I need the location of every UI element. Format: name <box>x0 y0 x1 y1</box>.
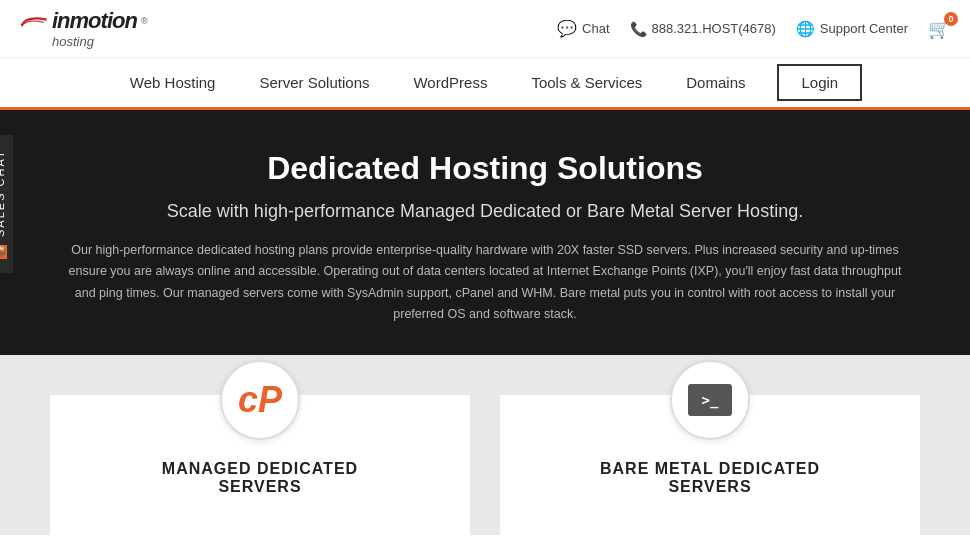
chat-icon: 💬 <box>557 19 577 38</box>
hero-title: Dedicated Hosting Solutions <box>60 150 910 187</box>
hero-description: Our high-performance dedicated hosting p… <box>60 240 910 325</box>
cart-action[interactable]: 🛒 0 <box>928 18 950 40</box>
sales-chat-icon: 📦 <box>0 245 7 259</box>
support-icon: 🌐 <box>796 20 815 38</box>
top-actions: 💬 Chat 📞 888.321.HOST(4678) 🌐 Support Ce… <box>557 18 950 40</box>
chat-label: Chat <box>582 21 609 36</box>
logo-swoosh-icon <box>20 14 48 28</box>
card1-title-line2: SERVERS <box>162 478 358 496</box>
nav-wordpress[interactable]: WordPress <box>391 58 509 107</box>
support-action[interactable]: 🌐 Support Center <box>796 20 908 38</box>
phone-icon: 📞 <box>630 21 647 37</box>
cpanel-icon: cP <box>238 379 282 421</box>
logo: inmotion® hosting <box>20 8 148 49</box>
managed-dedicated-title: MANAGED DEDICATED SERVERS <box>162 460 358 496</box>
main-nav: Web Hosting Server Solutions WordPress T… <box>0 58 970 110</box>
nav-web-hosting[interactable]: Web Hosting <box>108 58 238 107</box>
logo-reg: ® <box>141 16 148 26</box>
nav-tools-services[interactable]: Tools & Services <box>509 58 664 107</box>
terminal-icon: >_ <box>688 384 732 416</box>
bare-metal-card[interactable]: >_ BARE METAL DEDICATED SERVERS <box>500 395 920 535</box>
sales-chat-widget[interactable]: 📦 SALES CHAT <box>0 135 13 273</box>
support-label: Support Center <box>820 21 908 36</box>
logo-sub: hosting <box>20 34 94 49</box>
logo-brand: inmotion <box>52 8 137 34</box>
phone-label: 888.321.HOST(4678) <box>652 21 776 36</box>
card2-title-line1: BARE METAL DEDICATED <box>600 460 820 478</box>
managed-dedicated-card[interactable]: cP MANAGED DEDICATED SERVERS <box>50 395 470 535</box>
login-button[interactable]: Login <box>777 64 862 101</box>
terminal-icon-wrap: >_ <box>670 360 750 440</box>
bare-metal-title: BARE METAL DEDICATED SERVERS <box>600 460 820 496</box>
hero-subtitle: Scale with high-performance Managed Dedi… <box>60 201 910 222</box>
card2-title-line2: SERVERS <box>600 478 820 496</box>
hero-section: Dedicated Hosting Solutions Scale with h… <box>0 110 970 355</box>
sales-chat-label: SALES CHAT <box>0 149 6 237</box>
card1-title-line1: MANAGED DEDICATED <box>162 460 358 478</box>
nav-domains[interactable]: Domains <box>664 58 767 107</box>
top-bar: inmotion® hosting 💬 Chat 📞 888.321.HOST(… <box>0 0 970 58</box>
phone-action[interactable]: 📞 888.321.HOST(4678) <box>630 21 776 37</box>
chat-action[interactable]: 💬 Chat <box>557 19 609 38</box>
nav-server-solutions[interactable]: Server Solutions <box>237 58 391 107</box>
cart-count: 0 <box>944 12 958 26</box>
cards-section: cP MANAGED DEDICATED SERVERS >_ BARE MET… <box>0 355 970 535</box>
cpanel-icon-wrap: cP <box>220 360 300 440</box>
